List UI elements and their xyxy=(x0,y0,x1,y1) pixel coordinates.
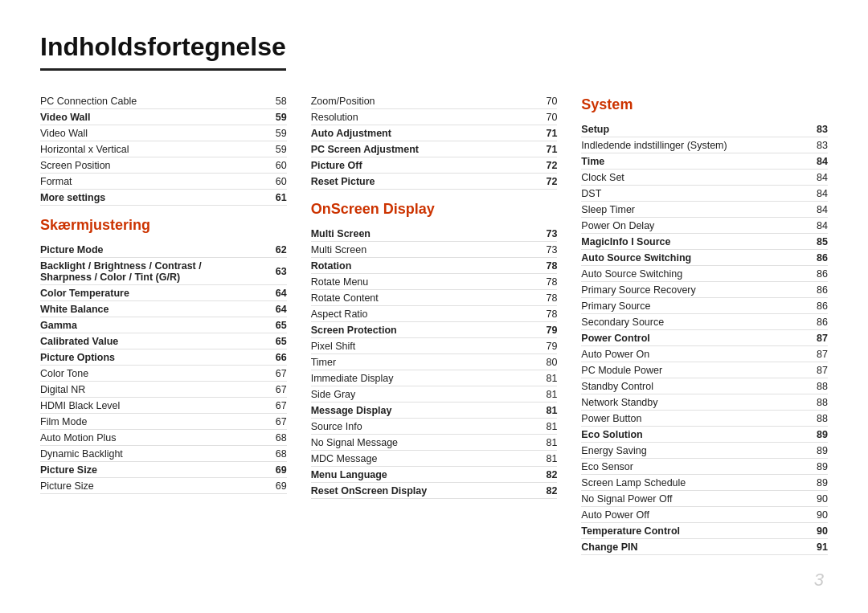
row-label: Timer xyxy=(311,354,521,370)
row-page: 82 xyxy=(520,483,557,499)
column-2: Zoom/Position70Resolution70Auto Adjustme… xyxy=(311,93,582,555)
row-page: 69 xyxy=(250,478,287,494)
row-page: 73 xyxy=(520,226,557,242)
row-page: 72 xyxy=(520,157,557,174)
table-row: HDMI Black Level67 xyxy=(40,398,287,414)
row-label: Auto Source Switching xyxy=(581,266,791,282)
table-row: Multi Screen73 xyxy=(311,242,558,258)
table-row: Rotate Content78 xyxy=(311,290,558,306)
table-row: PC Connection Cable58 xyxy=(40,93,287,109)
row-label: MagicInfo I Source xyxy=(581,234,791,250)
row-label: Temperature Control xyxy=(581,523,791,539)
table-row: Power Button88 xyxy=(581,411,828,427)
row-label: Network Standby xyxy=(581,394,791,411)
table-row: Time84 xyxy=(581,153,828,170)
row-page: 84 xyxy=(791,186,828,202)
table-row: Power Control87 xyxy=(581,330,828,346)
row-label: Horizontal x Vertical xyxy=(40,141,250,157)
row-page: 89 xyxy=(791,427,828,443)
row-label: Power Control xyxy=(581,330,791,346)
row-label: Source Info xyxy=(311,419,521,435)
row-page: 81 xyxy=(520,435,557,451)
top-table-col1: PC Connection Cable58Video Wall59Video W… xyxy=(40,93,287,206)
row-label: Time xyxy=(581,153,791,170)
row-page: 72 xyxy=(520,174,557,190)
row-label: Picture Size xyxy=(40,462,250,478)
row-label: Pixel Shift xyxy=(311,338,521,354)
row-page: 79 xyxy=(520,338,557,354)
table-row: Temperature Control90 xyxy=(581,523,828,539)
row-page: 86 xyxy=(791,314,828,330)
table-row: Auto Power On87 xyxy=(581,346,828,362)
row-page: 65 xyxy=(250,317,287,333)
row-page: 67 xyxy=(250,414,287,430)
table-row: Indledende indstillinger (System)83 xyxy=(581,137,828,153)
columns-container: PC Connection Cable58Video Wall59Video W… xyxy=(40,93,828,555)
row-page: 90 xyxy=(791,507,828,523)
row-page: 67 xyxy=(250,366,287,382)
table-row: Auto Power Off90 xyxy=(581,507,828,523)
table-row: Clock Set84 xyxy=(581,170,828,186)
row-label: Picture Mode xyxy=(40,242,250,258)
section-heading-col2: OnScreen Display xyxy=(311,201,558,218)
row-page: 64 xyxy=(250,301,287,317)
table-row: Eco Sensor89 xyxy=(581,459,828,475)
row-page: 88 xyxy=(791,394,828,411)
row-page: 61 xyxy=(250,190,287,206)
row-page: 66 xyxy=(250,349,287,366)
table-row: Reset Picture72 xyxy=(311,174,558,190)
row-label: MDC Message xyxy=(311,451,521,467)
row-page: 78 xyxy=(520,258,557,274)
table-row: Network Standby88 xyxy=(581,394,828,411)
row-label: Secondary Source xyxy=(581,314,791,330)
table-row: Secondary Source86 xyxy=(581,314,828,330)
table-row: Digital NR67 xyxy=(40,382,287,398)
table-row: Rotation78 xyxy=(311,258,558,274)
row-page: 84 xyxy=(791,202,828,218)
row-label: Reset Picture xyxy=(311,174,521,190)
row-page: 71 xyxy=(520,141,557,157)
row-label: Video Wall xyxy=(40,109,250,125)
table-row: MagicInfo I Source85 xyxy=(581,234,828,250)
row-label: Picture Off xyxy=(311,157,521,174)
table-row: Timer80 xyxy=(311,354,558,370)
row-label: Change PIN xyxy=(581,539,791,555)
row-page: 81 xyxy=(520,419,557,435)
table-row: Energy Saving89 xyxy=(581,443,828,459)
row-label: No Signal Power Off xyxy=(581,491,791,507)
row-page: 83 xyxy=(791,121,828,137)
table-row: White Balance64 xyxy=(40,301,287,317)
table-row: Auto Source Switching86 xyxy=(581,266,828,282)
page-number: 3 xyxy=(814,570,824,591)
row-label: Resolution xyxy=(311,109,521,125)
row-label: Menu Language xyxy=(311,467,521,483)
row-label: Screen Position xyxy=(40,157,250,174)
table-row: Color Temperature64 xyxy=(40,285,287,301)
row-label: DST xyxy=(581,186,791,202)
table-row: Primary Source86 xyxy=(581,298,828,314)
row-page: 86 xyxy=(791,250,828,266)
row-page: 91 xyxy=(791,539,828,555)
row-label: Auto Adjustment xyxy=(311,125,521,141)
row-page: 60 xyxy=(250,174,287,190)
table-row: Reset OnScreen Display82 xyxy=(311,483,558,499)
row-label: Multi Screen xyxy=(311,226,521,242)
row-label: Format xyxy=(40,174,250,190)
row-label: Rotate Content xyxy=(311,290,521,306)
table-row: Picture Mode62 xyxy=(40,242,287,258)
table-row: Change PIN91 xyxy=(581,539,828,555)
row-page: 78 xyxy=(520,306,557,322)
row-page: 86 xyxy=(791,282,828,298)
row-label: Dynamic Backlight xyxy=(40,446,250,462)
row-page: 62 xyxy=(250,242,287,258)
row-page: 90 xyxy=(791,523,828,539)
row-page: 71 xyxy=(520,125,557,141)
row-page: 81 xyxy=(520,403,557,419)
row-label: Setup xyxy=(581,121,791,137)
row-label: Standby Control xyxy=(581,378,791,394)
table-row: Pixel Shift79 xyxy=(311,338,558,354)
table-row: Resolution70 xyxy=(311,109,558,125)
table-row: Film Mode67 xyxy=(40,414,287,430)
row-page: 89 xyxy=(791,475,828,491)
row-label: Digital NR xyxy=(40,382,250,398)
